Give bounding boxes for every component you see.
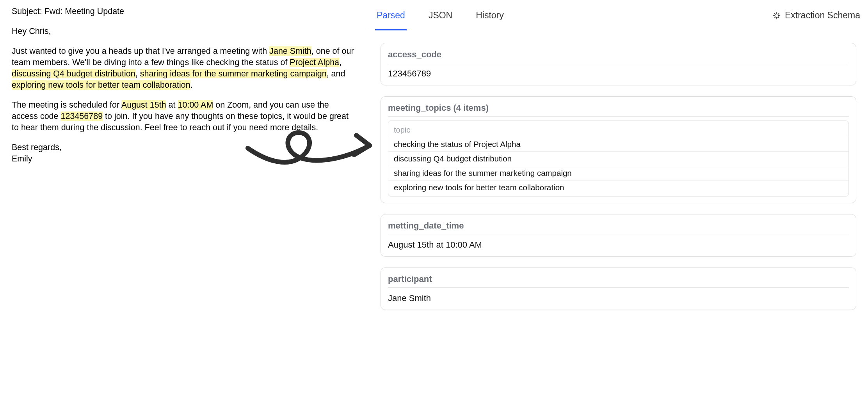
arrow-icon <box>244 119 377 177</box>
field-label: meeting_topics (4 items) <box>388 101 849 117</box>
topic-row: discussing Q4 budget distribution <box>388 151 848 166</box>
field-label: access_code <box>388 48 849 63</box>
tab-parsed[interactable]: Parsed <box>375 1 407 30</box>
app-root: Subject: Fwd: Meeting Update Hey Chris, … <box>0 0 868 418</box>
topic-row: exploring new tools for better team coll… <box>388 180 848 195</box>
highlight-topic-tools: exploring new tools for better team coll… <box>12 80 190 90</box>
field-access-code: access_code 123456789 <box>381 43 856 85</box>
tab-bar: Parsed JSON History Extraction Schema <box>367 0 868 31</box>
parsed-cards: access_code 123456789 meeting_topics (4 … <box>367 31 868 322</box>
highlight-topic-budget: discussing Q4 budget distribution <box>12 69 135 78</box>
extraction-schema-link[interactable]: Extraction Schema <box>772 10 860 21</box>
tab-json[interactable]: JSON <box>427 1 454 30</box>
highlight-access-code: 123456789 <box>60 112 103 121</box>
highlight-participant: Jane Smith <box>269 46 311 56</box>
greeting: Hey Chris, <box>12 26 355 37</box>
highlight-date: August 15th <box>121 100 166 110</box>
subject-label: Subject: <box>12 7 44 16</box>
tab-history[interactable]: History <box>474 1 505 30</box>
openai-icon <box>772 11 781 20</box>
highlight-topic-marketing: sharing ideas for the summer marketing c… <box>140 69 327 78</box>
field-label: participant <box>388 273 849 288</box>
topic-row: checking the status of Project Alpha <box>388 137 848 151</box>
email-subject: Subject: Fwd: Meeting Update <box>12 6 355 17</box>
field-value: August 15th at 10:00 AM <box>388 234 849 250</box>
topics-table: topic checking the status of Project Alp… <box>388 120 849 197</box>
highlight-time: 10:00 AM <box>178 100 213 110</box>
field-value: Jane Smith <box>388 288 849 303</box>
extraction-schema-label: Extraction Schema <box>785 10 860 21</box>
topic-row: sharing ideas for the summer marketing c… <box>388 166 848 180</box>
topics-column-header: topic <box>388 122 848 137</box>
field-value: 123456789 <box>388 63 849 79</box>
email-pane: Subject: Fwd: Meeting Update Hey Chris, … <box>0 0 367 418</box>
field-meeting-date-time: metting_date_time August 15th at 10:00 A… <box>381 214 856 257</box>
subject-text: Fwd: Meeting Update <box>44 7 124 16</box>
paragraph-1: Just wanted to give you a heads up that … <box>12 46 355 91</box>
field-meeting-topics: meeting_topics (4 items) topic checking … <box>381 96 856 203</box>
field-label: metting_date_time <box>388 219 849 234</box>
results-pane: Parsed JSON History Extraction Schema ac… <box>367 0 868 418</box>
field-participant: participant Jane Smith <box>381 267 856 310</box>
highlight-project: Project Alpha <box>290 58 339 67</box>
